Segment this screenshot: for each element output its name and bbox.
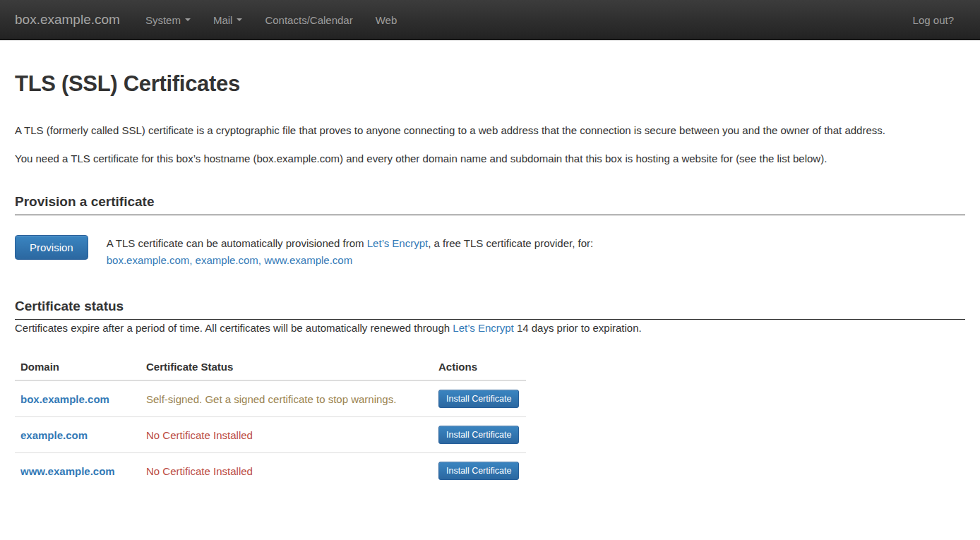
certificate-status-text: No Certificate Installed [146,465,253,477]
lets-encrypt-link[interactable]: Let’s Encrypt [453,322,513,334]
domain-link[interactable]: www.example.com [20,465,115,477]
lets-encrypt-link[interactable]: Let’s Encrypt [367,237,428,249]
nav-item-contacts-calendar-label: Contacts/Calendar [265,0,352,40]
nav-item-mail-label: Mail [213,0,233,40]
certificate-status-heading: Certificate status [15,299,965,320]
certificate-table: Domain Certificate Status Actions box.ex… [15,354,526,488]
page-title: TLS (SSL) Certificates [15,71,965,97]
certificate-status-text: No Certificate Installed [146,429,253,441]
logout-link[interactable]: Log out? [902,0,965,40]
provision-text-before: A TLS certificate can be automatically p… [107,237,367,249]
main-content: TLS (SSL) Certificates A TLS (formerly c… [0,71,980,488]
domain-link[interactable]: box.example.com [20,393,109,405]
install-certificate-button[interactable]: Install Certificate [438,390,519,408]
nav-item-web[interactable]: Web [364,0,409,40]
nav-item-mail[interactable]: Mail [202,0,254,40]
caret-down-icon [237,18,242,21]
table-row: www.example.comNo Certificate InstalledI… [15,453,526,489]
domain-link[interactable]: example.com [20,429,88,441]
install-certificate-button[interactable]: Install Certificate [438,462,519,480]
column-header-certificate-status: Certificate Status [141,354,433,380]
intro-paragraph-2: You need a TLS certificate for this box’… [15,150,965,167]
status-text-before: Certificates expire after a period of ti… [15,322,453,334]
column-header-actions: Actions [433,354,526,380]
provision-button[interactable]: Provision [15,235,88,260]
provision-domain-link[interactable]: example.com [196,254,258,266]
top-navbar: box.example.com System Mail Contacts/Cal… [0,0,980,40]
status-paragraph: Certificates expire after a period of ti… [15,320,965,337]
provision-domain-link[interactable]: box.example.com [107,254,190,266]
install-certificate-button[interactable]: Install Certificate [438,426,519,444]
provision-domain-link[interactable]: www.example.com [264,254,352,266]
provision-row: Provision A TLS certificate can be autom… [15,235,965,269]
caret-down-icon [185,18,191,21]
nav-item-contacts-calendar[interactable]: Contacts/Calendar [253,0,364,40]
navbar-brand[interactable]: box.example.com [15,12,120,28]
provision-domain-list: box.example.com, example.com, www.exampl… [107,252,594,269]
nav-item-system[interactable]: System [134,0,202,40]
nav-item-system-label: System [145,0,181,40]
table-row: example.comNo Certificate InstalledInsta… [15,417,526,453]
certificate-status-text: Self-signed. Get a signed certificate to… [146,393,396,405]
column-header-domain: Domain [15,354,141,380]
provision-section-heading: Provision a certificate [15,194,965,215]
status-text-after: 14 days prior to expiration. [514,322,642,334]
nav-item-web-label: Web [376,0,398,40]
provision-description: A TLS certificate can be automatically p… [107,235,594,269]
intro-paragraph-1: A TLS (formerly called SSL) certificate … [15,122,965,139]
provision-text-after: , a free TLS certificate provider, for: [428,237,593,249]
table-row: box.example.comSelf-signed. Get a signed… [15,380,526,417]
table-header-row: Domain Certificate Status Actions [15,354,526,380]
